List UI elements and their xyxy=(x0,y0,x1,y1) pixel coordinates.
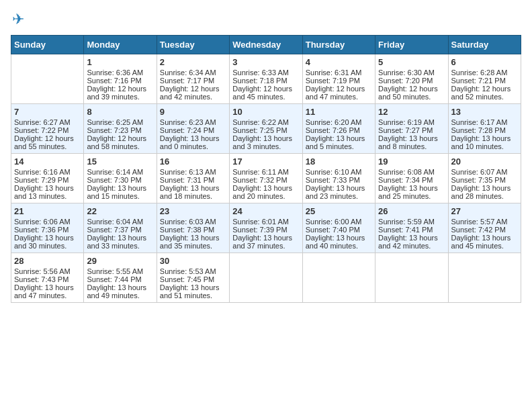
daylight-text: Daylight: 13 hours and 5 minutes. xyxy=(306,134,372,150)
day-cell: 26Sunrise: 5:59 AMSunset: 7:41 PMDayligh… xyxy=(375,203,448,253)
sunset-text: Sunset: 7:20 PM xyxy=(378,77,445,85)
sunrise-text: Sunrise: 6:08 AM xyxy=(378,168,445,176)
day-number: 22 xyxy=(87,206,153,216)
sunset-text: Sunset: 7:25 PM xyxy=(232,126,299,134)
day-cell: 22Sunrise: 6:04 AMSunset: 7:37 PMDayligh… xyxy=(84,203,157,253)
day-number: 11 xyxy=(306,107,372,117)
sunset-text: Sunset: 7:41 PM xyxy=(378,226,445,234)
sunrise-text: Sunrise: 6:25 AM xyxy=(87,118,153,126)
day-number: 13 xyxy=(451,107,518,117)
day-number: 6 xyxy=(451,57,518,67)
sunrise-text: Sunrise: 6:00 AM xyxy=(306,218,372,226)
sunrise-text: Sunrise: 5:55 AM xyxy=(87,267,153,275)
week-row-2: 7Sunrise: 6:27 AMSunset: 7:22 PMDaylight… xyxy=(11,104,521,154)
sunrise-text: Sunrise: 6:06 AM xyxy=(14,218,81,226)
day-number: 1 xyxy=(87,57,153,67)
sunrise-text: Sunrise: 6:34 AM xyxy=(160,68,226,77)
sunrise-text: Sunrise: 6:10 AM xyxy=(306,168,372,176)
day-cell: 28Sunrise: 5:56 AMSunset: 7:43 PMDayligh… xyxy=(11,253,84,303)
daylight-text: Daylight: 13 hours and 33 minutes. xyxy=(87,234,153,250)
day-number: 14 xyxy=(14,156,81,167)
sunrise-text: Sunrise: 6:22 AM xyxy=(232,118,299,126)
sunset-text: Sunset: 7:29 PM xyxy=(14,176,81,184)
day-cell: 16Sunrise: 6:13 AMSunset: 7:31 PMDayligh… xyxy=(157,154,229,203)
daylight-text: Daylight: 13 hours and 42 minutes. xyxy=(378,234,445,250)
sunset-text: Sunset: 7:42 PM xyxy=(451,226,518,234)
day-cell: 12Sunrise: 6:19 AMSunset: 7:27 PMDayligh… xyxy=(375,104,448,154)
sunrise-text: Sunrise: 6:23 AM xyxy=(160,118,226,126)
col-header-wednesday: Wednesday xyxy=(230,36,302,54)
day-number: 20 xyxy=(451,156,518,167)
day-cell xyxy=(375,253,448,303)
day-cell xyxy=(230,253,302,303)
sunrise-text: Sunrise: 6:03 AM xyxy=(160,218,226,226)
daylight-text: Daylight: 13 hours and 25 minutes. xyxy=(378,184,445,200)
daylight-text: Daylight: 12 hours and 45 minutes. xyxy=(232,85,299,101)
week-row-3: 14Sunrise: 6:16 AMSunset: 7:29 PMDayligh… xyxy=(11,154,521,203)
daylight-text: Daylight: 12 hours and 47 minutes. xyxy=(306,85,372,101)
daylight-text: Daylight: 13 hours and 35 minutes. xyxy=(160,234,226,250)
sunrise-text: Sunrise: 6:20 AM xyxy=(306,118,372,126)
sunrise-text: Sunrise: 5:53 AM xyxy=(160,267,226,275)
sunset-text: Sunset: 7:34 PM xyxy=(378,176,445,184)
day-cell: 8Sunrise: 6:25 AMSunset: 7:23 PMDaylight… xyxy=(84,104,157,154)
sunrise-text: Sunrise: 6:17 AM xyxy=(451,118,518,126)
sunset-text: Sunset: 7:26 PM xyxy=(306,126,372,134)
day-cell: 25Sunrise: 6:00 AMSunset: 7:40 PMDayligh… xyxy=(302,203,375,253)
week-row-5: 28Sunrise: 5:56 AMSunset: 7:43 PMDayligh… xyxy=(11,253,521,303)
day-number: 23 xyxy=(160,206,226,216)
daylight-text: Daylight: 13 hours and 40 minutes. xyxy=(306,234,372,250)
day-cell: 2Sunrise: 6:34 AMSunset: 7:17 PMDaylight… xyxy=(157,54,229,104)
day-cell: 14Sunrise: 6:16 AMSunset: 7:29 PMDayligh… xyxy=(11,154,84,203)
sunset-text: Sunset: 7:32 PM xyxy=(232,176,299,184)
day-cell: 19Sunrise: 6:08 AMSunset: 7:34 PMDayligh… xyxy=(375,154,448,203)
day-cell: 29Sunrise: 5:55 AMSunset: 7:44 PMDayligh… xyxy=(84,253,157,303)
day-cell: 3Sunrise: 6:33 AMSunset: 7:18 PMDaylight… xyxy=(230,54,302,104)
sunrise-text: Sunrise: 6:16 AM xyxy=(14,168,81,176)
sunset-text: Sunset: 7:45 PM xyxy=(160,275,226,283)
sunset-text: Sunset: 7:24 PM xyxy=(160,126,226,134)
sunrise-text: Sunrise: 6:13 AM xyxy=(160,168,226,176)
day-number: 7 xyxy=(14,107,81,117)
day-number: 8 xyxy=(87,107,153,117)
sunset-text: Sunset: 7:37 PM xyxy=(87,226,153,234)
day-cell: 20Sunrise: 6:07 AMSunset: 7:35 PMDayligh… xyxy=(448,154,521,203)
day-cell: 7Sunrise: 6:27 AMSunset: 7:22 PMDaylight… xyxy=(11,104,84,154)
daylight-text: Daylight: 13 hours and 37 minutes. xyxy=(232,234,299,250)
sunrise-text: Sunrise: 6:30 AM xyxy=(378,68,445,77)
daylight-text: Daylight: 12 hours and 42 minutes. xyxy=(160,85,226,101)
daylight-text: Daylight: 13 hours and 18 minutes. xyxy=(160,184,226,200)
day-number: 2 xyxy=(160,57,226,67)
col-header-saturday: Saturday xyxy=(448,36,521,54)
sunset-text: Sunset: 7:33 PM xyxy=(306,176,372,184)
sunset-text: Sunset: 7:18 PM xyxy=(232,77,299,85)
day-number: 9 xyxy=(160,107,226,117)
day-number: 15 xyxy=(87,156,153,167)
sunset-text: Sunset: 7:28 PM xyxy=(451,126,518,134)
sunset-text: Sunset: 7:30 PM xyxy=(87,176,153,184)
day-cell: 30Sunrise: 5:53 AMSunset: 7:45 PMDayligh… xyxy=(157,253,229,303)
daylight-text: Daylight: 12 hours and 58 minutes. xyxy=(87,134,153,150)
day-number: 28 xyxy=(14,256,81,266)
day-number: 29 xyxy=(87,256,153,266)
logo: ✈ xyxy=(11,11,24,28)
col-header-tuesday: Tuesday xyxy=(157,36,229,54)
day-cell: 13Sunrise: 6:17 AMSunset: 7:28 PMDayligh… xyxy=(448,104,521,154)
day-cell: 24Sunrise: 6:01 AMSunset: 7:39 PMDayligh… xyxy=(230,203,302,253)
sunset-text: Sunset: 7:38 PM xyxy=(160,226,226,234)
daylight-text: Daylight: 13 hours and 8 minutes. xyxy=(378,134,445,150)
sunrise-text: Sunrise: 5:57 AM xyxy=(451,218,518,226)
col-header-friday: Friday xyxy=(375,36,448,54)
col-header-sunday: Sunday xyxy=(11,36,84,54)
sunset-text: Sunset: 7:17 PM xyxy=(160,77,226,85)
day-cell xyxy=(11,54,84,104)
daylight-text: Daylight: 13 hours and 0 minutes. xyxy=(160,134,226,150)
day-cell: 23Sunrise: 6:03 AMSunset: 7:38 PMDayligh… xyxy=(157,203,229,253)
day-cell: 17Sunrise: 6:11 AMSunset: 7:32 PMDayligh… xyxy=(230,154,302,203)
day-cell: 21Sunrise: 6:06 AMSunset: 7:36 PMDayligh… xyxy=(11,203,84,253)
sunset-text: Sunset: 7:21 PM xyxy=(451,77,518,85)
day-cell: 27Sunrise: 5:57 AMSunset: 7:42 PMDayligh… xyxy=(448,203,521,253)
daylight-text: Daylight: 13 hours and 28 minutes. xyxy=(451,184,518,200)
day-number: 10 xyxy=(232,107,299,117)
calendar-table: SundayMondayTuesdayWednesdayThursdayFrid… xyxy=(11,35,521,303)
